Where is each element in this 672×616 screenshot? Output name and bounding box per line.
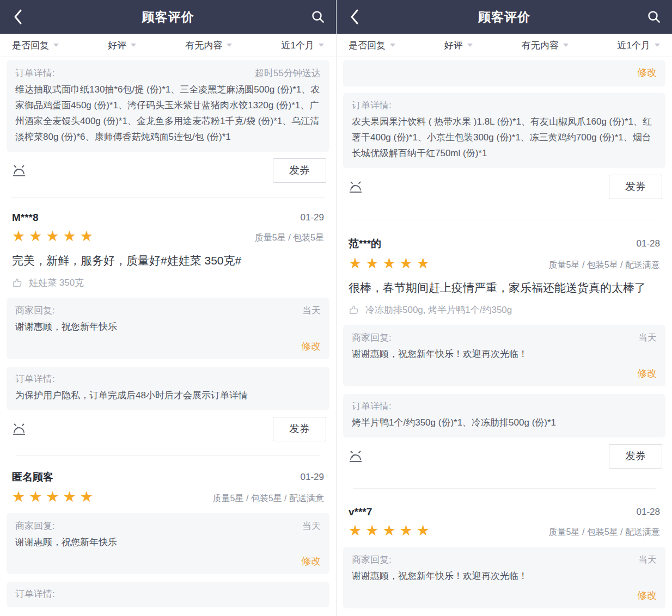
coupon-row: 发券: [7, 152, 329, 192]
filter-label: 近1个月: [618, 39, 650, 52]
chevron-down-icon: [319, 44, 324, 47]
search-icon: [311, 10, 325, 24]
reply-time: 当天: [638, 553, 657, 566]
merchant-reply-box: 商家回复: 当天 谢谢惠顾，祝您新年快乐 修改: [7, 513, 329, 575]
order-details-box: 订单详情: 农夫果园果汁饮料 ( 热带水果 )1.8L (份)*1、有友山椒凤爪…: [343, 93, 665, 168]
product-tag: 娃娃菜 350克: [12, 276, 324, 289]
filter-bar: 是否回复 好评 有无内容 近1个月: [337, 34, 672, 57]
rating-summary: 质量5星 / 包装5星: [255, 232, 324, 244]
filter-has-content[interactable]: 有无内容: [522, 39, 569, 52]
chevron-down-icon: [563, 44, 569, 47]
order-details-box: 订单详情: 烤半片鸭1个/约350g (份)*1、冷冻肋排500g (份)*1: [343, 394, 665, 438]
screen-left: 顾客评价 是否回复 好评 有无内容 近1个月 订单详: [0, 0, 336, 616]
edit-reply-link[interactable]: 修改: [15, 555, 321, 568]
filter-label: 是否回复: [12, 39, 49, 52]
review-item: 范***的 01-28 ★★★★★ 质量5星 / 包装5星 / 配送满意 很棒，…: [343, 219, 665, 489]
review-item: 匿名顾客 01-29 ★★★★★ 质量5星 / 包装5星 / 配送满意 商家回复…: [7, 456, 329, 608]
chevron-down-icon: [467, 44, 473, 47]
filter-rating-type[interactable]: 好评: [108, 39, 136, 52]
alarm-siren-icon[interactable]: [10, 420, 28, 438]
review-list: 修改 订单详情: 农夫果园果汁饮料 ( 热带水果 )1.8L (份)*1、有友山…: [337, 60, 672, 608]
reply-text: 谢谢惠顾，祝您新年快乐！欢迎再次光临！: [352, 569, 657, 584]
filter-label: 有无内容: [185, 39, 222, 52]
filter-reply-status[interactable]: 是否回复: [12, 39, 59, 52]
order-details-box: 订单详情: 超时55分钟送达 维达抽取式面巾纸130抽*6包/提 (份)*1、三…: [7, 60, 329, 152]
rating-summary: 质量5星 / 包装5星 / 配送满意: [549, 260, 660, 271]
filter-date-range[interactable]: 近1个月: [282, 39, 324, 52]
order-details-label: 订单详情:: [15, 588, 321, 601]
filter-reply-status[interactable]: 是否回复: [349, 39, 395, 52]
product-tag-text: 冷冻肋排500g, 烤半片鸭1个/约350g: [365, 304, 512, 316]
filter-bar: 是否回复 好评 有无内容 近1个月: [0, 34, 336, 57]
alarm-siren-icon[interactable]: [346, 177, 365, 196]
star-rating: ★★★★★: [12, 229, 97, 244]
chevron-left-icon: [350, 8, 359, 26]
edit-reply-link[interactable]: 修改: [352, 367, 657, 380]
delivery-status: 超时55分钟送达: [255, 67, 321, 79]
merchant-reply-box: 商家回复: 当天 谢谢惠顾，祝您新年快乐！欢迎再次光临！ 修改: [343, 325, 665, 386]
send-coupon-button[interactable]: 发券: [273, 158, 326, 183]
order-items-text: 烤半片鸭1个/约350g (份)*1、冷冻肋排500g (份)*1: [352, 415, 657, 431]
reviewer-name: M***8: [12, 212, 39, 224]
back-button[interactable]: [347, 9, 362, 25]
coupon-row: 发券: [7, 410, 329, 450]
alarm-siren-icon[interactable]: [346, 447, 365, 465]
filter-rating-type[interactable]: 好评: [444, 39, 473, 52]
back-button[interactable]: [11, 9, 25, 25]
review-item: v***7 01-28 ★★★★★ 质量5星 / 包装5星 / 配送满意 商家回…: [343, 489, 665, 608]
edit-reply-link[interactable]: 修改: [352, 589, 657, 602]
search-button[interactable]: [647, 9, 661, 25]
reply-label: 商家回复:: [15, 305, 55, 317]
thumb-up-icon: [349, 304, 360, 316]
product-tag: 冷冻肋排500g, 烤半片鸭1个/约350g: [349, 304, 660, 316]
chevron-down-icon: [227, 44, 232, 47]
edit-reply-link[interactable]: 修改: [352, 66, 657, 79]
star-rating: ★★★★★: [349, 523, 433, 538]
chevron-left-icon: [13, 8, 23, 26]
order-items-text: 为保护用户隐私，订单完成后48小时后才会展示订单详情: [15, 388, 321, 404]
filter-has-content[interactable]: 有无内容: [185, 39, 232, 52]
app-header: 顾客评价: [337, 0, 672, 34]
reply-label: 商家回复:: [352, 332, 392, 344]
reviewer-name: v***7: [349, 506, 372, 518]
filter-label: 近1个月: [282, 39, 314, 52]
screen-right: 顾客评价 是否回复 好评 有无内容 近1个月 修改: [336, 0, 672, 616]
send-coupon-button[interactable]: 发券: [609, 175, 662, 199]
filter-date-range[interactable]: 近1个月: [618, 39, 660, 52]
reply-label: 商家回复:: [352, 554, 392, 566]
coupon-row: 发券: [343, 168, 665, 213]
review-date: 01-28: [637, 238, 660, 249]
merchant-reply-box: 修改: [343, 60, 665, 87]
rating-summary: 质量5星 / 包装5星 / 配送满意: [213, 493, 324, 504]
chevron-down-icon: [131, 44, 136, 47]
reviewer-name: 范***的: [349, 237, 381, 251]
order-details-label: 订单详情:: [352, 401, 657, 413]
review-content: 很棒，春节期间赶上疫情严重，家乐福还能送货真的太棒了: [349, 280, 660, 296]
review-list: 订单详情: 超时55分钟送达 维达抽取式面巾纸130抽*6包/提 (份)*1、三…: [0, 60, 336, 607]
order-details-label: 订单详情:: [15, 373, 321, 386]
reply-time: 当天: [638, 331, 657, 344]
reviewer-name: 匿名顾客: [12, 470, 53, 484]
thumb-up-icon: [12, 277, 23, 288]
search-button[interactable]: [311, 9, 325, 25]
reply-time: 当天: [302, 304, 321, 317]
filter-label: 好评: [108, 39, 126, 52]
reply-text: 谢谢惠顾，祝您新年快乐: [15, 319, 321, 335]
reply-label: 商家回复:: [15, 520, 55, 533]
review-date: 01-29: [301, 472, 324, 483]
chevron-down-icon: [655, 44, 660, 47]
filter-label: 好评: [444, 39, 463, 52]
order-items-text: 维达抽取式面巾纸130抽*6包/提 (份)*1、三全凌黑芝麻汤圆500g (份)…: [15, 82, 321, 145]
reply-time: 当天: [302, 520, 321, 532]
send-coupon-button[interactable]: 发券: [273, 417, 326, 441]
page-title: 顾客评价: [478, 9, 530, 26]
filter-label: 有无内容: [522, 39, 559, 52]
review-date: 01-29: [301, 212, 324, 223]
send-coupon-button[interactable]: 发券: [609, 444, 662, 469]
search-icon: [647, 10, 661, 24]
alarm-siren-icon[interactable]: [10, 161, 28, 180]
product-tag-text: 娃娃菜 350克: [29, 276, 84, 289]
reply-text: 谢谢惠顾，祝您新年快乐！欢迎再次光临！: [352, 347, 657, 362]
star-rating: ★★★★★: [12, 490, 97, 504]
edit-reply-link[interactable]: 修改: [15, 340, 321, 353]
